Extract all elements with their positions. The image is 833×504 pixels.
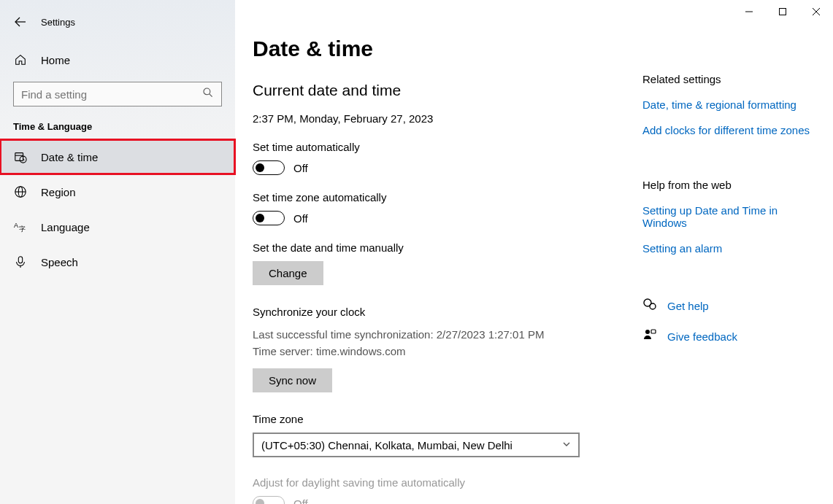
- svg-rect-1: [780, 9, 786, 15]
- link-add-clocks[interactable]: Add clocks for different time zones: [642, 124, 818, 136]
- svg-point-5: [204, 88, 210, 95]
- search-box[interactable]: [13, 82, 222, 106]
- chevron-down-icon: [562, 438, 571, 451]
- feedback-link[interactable]: Give feedback: [667, 330, 737, 343]
- set-zone-auto-state: Off: [293, 212, 308, 225]
- svg-text:A: A: [14, 222, 18, 229]
- sync-server: Time server: time.windows.com: [253, 345, 406, 357]
- search-input[interactable]: [21, 88, 202, 101]
- home-label: Home: [41, 54, 70, 66]
- header: Settings: [0, 9, 235, 35]
- help-heading: Help from the web: [642, 179, 818, 191]
- back-icon[interactable]: [13, 15, 28, 29]
- set-time-auto-toggle[interactable]: [253, 160, 285, 175]
- svg-text:字: 字: [19, 225, 26, 233]
- set-time-auto-state: Off: [293, 162, 308, 174]
- sidebar-item-speech[interactable]: Speech: [0, 244, 235, 279]
- language-icon: A字: [13, 220, 28, 233]
- home-button[interactable]: Home: [0, 44, 235, 76]
- sync-last: Last successful time synchronization: 2/…: [253, 328, 544, 341]
- category-label: Time & Language: [0, 106, 235, 139]
- svg-rect-17: [18, 257, 22, 263]
- window-title: Settings: [41, 17, 75, 28]
- sync-details: Last successful time synchronization: 2/…: [253, 327, 618, 360]
- close-button[interactable]: [799, 0, 833, 23]
- dst-state: Off: [293, 497, 308, 505]
- current-date-heading: Current date and time: [253, 82, 618, 99]
- svg-line-6: [210, 94, 212, 97]
- minimize-button[interactable]: [732, 0, 766, 23]
- get-help-row[interactable]: Get help: [642, 297, 818, 314]
- sidebar-item-date-time[interactable]: Date & time: [0, 139, 235, 174]
- feedback-icon: [642, 327, 657, 345]
- set-zone-auto-label: Set time zone automatically: [253, 191, 618, 203]
- timezone-dropdown[interactable]: (UTC+05:30) Chennai, Kolkata, Mumbai, Ne…: [253, 433, 580, 457]
- svg-rect-7: [15, 153, 23, 161]
- dst-toggle: [253, 496, 285, 504]
- current-date-value: 2:37 PM, Monday, February 27, 2023: [253, 112, 618, 125]
- calendar-clock-icon: [13, 150, 28, 163]
- sidebar: Settings Home Time & Language Date & tim…: [0, 0, 235, 504]
- page-title: Date & time: [253, 36, 618, 61]
- sidebar-item-label: Language: [41, 221, 90, 233]
- link-setup-datetime[interactable]: Setting up Date and Time in Windows: [642, 204, 818, 229]
- sidebar-item-region[interactable]: Region: [0, 174, 235, 209]
- sync-heading: Synchronize your clock: [253, 306, 618, 318]
- svg-point-21: [645, 330, 650, 334]
- help-chat-icon: [642, 297, 657, 314]
- timezone-value: (UTC+05:30) Chennai, Kolkata, Mumbai, Ne…: [261, 439, 513, 451]
- right-column: Related settings Date, time & regional f…: [642, 73, 818, 358]
- home-icon: [13, 53, 28, 66]
- link-regional-formatting[interactable]: Date, time & regional formatting: [642, 98, 818, 111]
- microphone-icon: [13, 255, 28, 268]
- main-content: Date & time Current date and time 2:37 P…: [253, 36, 618, 504]
- change-button[interactable]: Change: [253, 261, 323, 285]
- set-zone-auto-toggle[interactable]: [253, 211, 285, 225]
- sidebar-item-label: Date & time: [41, 151, 98, 163]
- dst-label: Adjust for daylight saving time automati…: [253, 476, 618, 489]
- sidebar-item-label: Region: [41, 186, 76, 198]
- sidebar-item-label: Speech: [41, 256, 78, 268]
- maximize-button[interactable]: [766, 0, 799, 23]
- sync-now-button[interactable]: Sync now: [253, 368, 332, 392]
- svg-rect-22: [651, 330, 656, 333]
- window-controls: [732, 0, 833, 23]
- search-icon: [202, 87, 214, 101]
- sidebar-item-language[interactable]: A字 Language: [0, 209, 235, 244]
- get-help-link[interactable]: Get help: [667, 300, 709, 312]
- svg-point-20: [650, 303, 656, 309]
- feedback-row[interactable]: Give feedback: [642, 327, 818, 345]
- manual-label: Set the date and time manually: [253, 241, 618, 254]
- set-time-auto-label: Set time automatically: [253, 141, 618, 153]
- timezone-label: Time zone: [253, 413, 618, 425]
- related-heading: Related settings: [642, 73, 818, 85]
- link-setting-alarm[interactable]: Setting an alarm: [642, 242, 818, 255]
- globe-icon: [13, 185, 28, 198]
